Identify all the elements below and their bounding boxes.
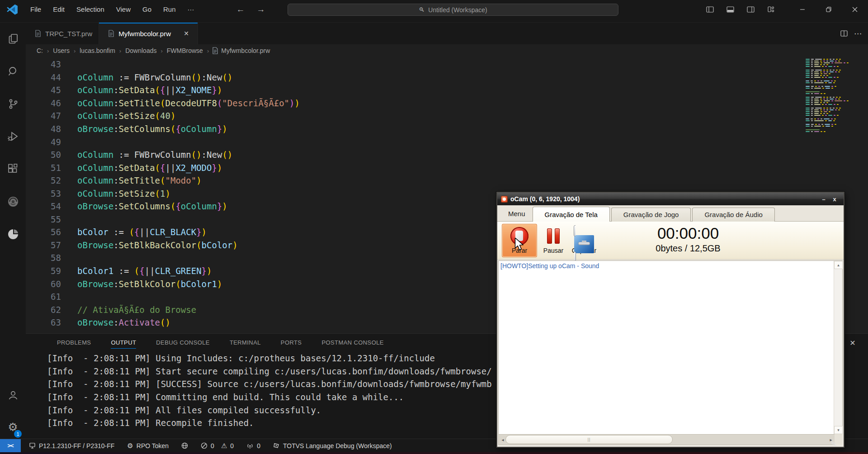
minimap-token	[826, 113, 828, 114]
code-token: bColor	[77, 227, 108, 237]
menu-item-moremoremore[interactable]: ···	[182, 3, 200, 16]
code-token: ||	[139, 227, 150, 237]
minimap-token	[814, 113, 818, 114]
ocam-tab-0[interactable]: Gravação de Tela	[533, 207, 610, 222]
totvs-extension-icon[interactable]	[0, 222, 26, 247]
restore-icon[interactable]	[816, 0, 842, 19]
close-window-icon[interactable]	[842, 0, 868, 19]
menu-item-go[interactable]: Go	[137, 3, 157, 16]
source-control-icon[interactable]	[0, 91, 26, 117]
ocam-howto-link[interactable]: [HOWTO]Setting up oCam - Sound	[500, 262, 599, 270]
breadcrumb-item[interactable]: Downloads	[124, 47, 157, 54]
code-text: oBrowse:SetBlkBackColor(bColor)	[77, 240, 238, 250]
nav-back-icon[interactable]: ←	[236, 5, 245, 14]
menu-item-view[interactable]: View	[110, 3, 137, 16]
minimap-token	[825, 115, 827, 116]
status-item-gear[interactable]: ⚙RPO Token	[123, 439, 173, 452]
code-token: :	[113, 175, 118, 185]
minimap-token	[825, 104, 827, 105]
breadcrumb-item[interactable]: lucas.bonfim	[79, 47, 116, 54]
breadcrumb-item[interactable]: Users	[52, 47, 71, 54]
minimap-token	[806, 61, 810, 61]
minimap-token	[811, 88, 813, 89]
minimap-token	[825, 120, 827, 121]
code-token: )	[289, 98, 294, 108]
minimap-token	[806, 113, 810, 114]
menu-item-edit[interactable]: Edit	[47, 3, 71, 16]
minimap-token	[806, 82, 810, 83]
minimap-token	[806, 100, 810, 101]
extensions-icon[interactable]	[0, 156, 26, 182]
code-token: (	[191, 72, 196, 82]
container-extension-icon[interactable]	[0, 189, 26, 214]
minimap-token	[834, 115, 835, 116]
command-center[interactable]: 🔍︎ Untitled (Workspace)	[288, 4, 618, 16]
panel-tab-debug-console[interactable]: DEBUG CONSOLE	[156, 334, 210, 351]
panel-tab-terminal[interactable]: TERMINAL	[230, 334, 261, 351]
scroll-up-icon[interactable]: ▴	[834, 261, 843, 269]
ocam-close-icon[interactable]: x	[829, 196, 840, 203]
panel-tab-ports[interactable]: PORTS	[281, 334, 302, 351]
close-tab-icon[interactable]: ✕	[181, 28, 191, 38]
status-broadcast-icon	[246, 442, 254, 449]
toggle-panel-icon[interactable]	[720, 0, 741, 19]
ocam-pausar-button[interactable]: Pausar	[539, 224, 568, 257]
ocam-capturar-button[interactable]: Capturar	[570, 224, 599, 257]
status-item-broadcast[interactable]: 0	[242, 439, 265, 452]
ocam-tab-1[interactable]: Gravação de Jogo	[611, 208, 691, 222]
remote-indicator[interactable]: ><	[0, 439, 21, 452]
minimap-token	[814, 61, 818, 61]
line-number: 53	[26, 189, 61, 199]
ocam-horizontal-scrollbar[interactable]: ◂ || ▸	[498, 434, 835, 445]
status-item-globe[interactable]	[177, 439, 193, 452]
status-item-label: 0	[257, 442, 260, 449]
minimap-token	[814, 111, 819, 112]
tab-trpc_tst.prw[interactable]: TRPC_TST.prw	[26, 23, 99, 44]
explorer-icon[interactable]	[0, 26, 26, 52]
menu-item-file[interactable]: File	[24, 3, 47, 16]
settings-gear-icon[interactable]: ⚙1	[0, 415, 26, 439]
breadcrumb-item[interactable]: C:	[36, 47, 44, 54]
search-icon[interactable]	[0, 59, 26, 84]
ocam-titlebar[interactable]: oCam (0, 6, 1920, 1004) – x	[497, 193, 844, 205]
menu-item-selection[interactable]: Selection	[71, 3, 110, 16]
account-icon[interactable]	[0, 383, 26, 408]
breadcrumb-file[interactable]: Myfwmbcolor.prw	[212, 47, 270, 54]
status-item-server[interactable]: P12.1.2310-FF / P2310-FF	[24, 439, 119, 452]
scroll-down-icon[interactable]: ▾	[834, 426, 843, 434]
menu-item-run[interactable]: Run	[157, 3, 182, 16]
code-line: 43	[26, 58, 300, 71]
ocam-title: oCam (0, 6, 1920, 1004)	[510, 195, 818, 203]
minimap-token	[817, 80, 819, 81]
minimap[interactable]	[806, 57, 865, 133]
minimap-token	[814, 115, 821, 116]
customize-layout-icon[interactable]	[761, 0, 781, 19]
minimap-line	[806, 131, 865, 133]
panel-tab-problems[interactable]: PROBLEMS	[57, 334, 91, 351]
toggle-secondary-sidebar-icon[interactable]	[741, 0, 761, 19]
close-panel-icon[interactable]: ✕	[847, 337, 858, 348]
minimize-icon[interactable]	[789, 0, 816, 19]
editor-more-actions-icon[interactable]: ⋯	[854, 29, 862, 38]
ocam-minimize-icon[interactable]: –	[818, 196, 829, 203]
panel-tab-output[interactable]: OUTPUT	[111, 334, 136, 351]
run-debug-icon[interactable]	[0, 124, 26, 149]
panel-tab-postman-console[interactable]: POSTMAN CONSOLE	[321, 334, 383, 351]
status-item-errors[interactable]: 0⚠0	[196, 439, 238, 452]
status-item-debug[interactable]: TOTVS Language Debug (Workspace)	[269, 439, 396, 452]
toggle-sidebar-icon[interactable]	[700, 0, 720, 19]
breadcrumb-item[interactable]: FWMBrowse	[166, 47, 204, 54]
ocam-hscroll-thumb[interactable]: ||	[505, 435, 673, 444]
nav-forward-icon[interactable]: →	[257, 5, 265, 14]
minimap-token	[806, 120, 810, 121]
ocam-vertical-scrollbar[interactable]: ▴ ▾	[834, 261, 842, 434]
tab-myfwmbcolor.prw[interactable]: Myfwmbcolor.prw✕	[99, 23, 198, 44]
ocam-tab-2[interactable]: Gravação de Áudio	[692, 208, 774, 222]
code-token: SetColumns	[119, 201, 170, 211]
minimap-token	[806, 131, 810, 132]
minimap-token	[822, 88, 824, 89]
ocam-menu-button[interactable]: Menu	[504, 210, 533, 221]
split-editor-icon[interactable]	[840, 30, 848, 37]
minimap-token	[847, 62, 849, 63]
code-line: 59bColor1 := ({||CLR_GREEN})	[26, 265, 300, 278]
